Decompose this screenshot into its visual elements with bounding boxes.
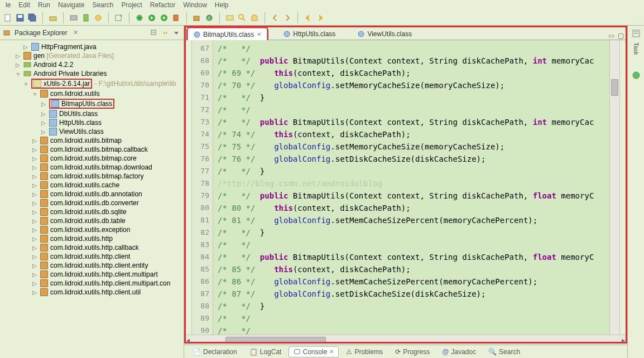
menu-navigate[interactable]: Navigate	[58, 1, 84, 9]
new-project-icon[interactable]: +	[114, 13, 123, 22]
save-all-icon[interactable]	[28, 13, 37, 22]
new-class-icon[interactable]: C	[205, 13, 214, 22]
tree-package[interactable]: com.lidroid.xutils.bitmap.callback	[50, 146, 148, 153]
tree-android[interactable]: Android 4.2.2	[33, 61, 73, 69]
save-icon[interactable]	[16, 13, 25, 22]
tab-javadoc[interactable]: @Javadoc	[437, 346, 481, 357]
back-icon[interactable]	[304, 13, 313, 22]
package-icon	[40, 270, 48, 278]
new-package-icon[interactable]	[193, 13, 201, 22]
tree-pkg-root[interactable]: com.lidroid.xutils	[50, 90, 100, 98]
tree-package[interactable]: com.lidroid.xutils.http	[50, 235, 113, 243]
tab-declaration[interactable]: 📄Declaration	[188, 346, 242, 357]
open-type-icon[interactable]	[225, 13, 234, 22]
tree-httputils[interactable]: HttpUtils.class	[59, 119, 102, 127]
problems-icon: ⚠	[346, 348, 352, 356]
tab-logcat[interactable]: 📋LogCat	[244, 346, 287, 357]
tree-package[interactable]: com.lidroid.xutils.db.table	[50, 217, 126, 225]
tree-package[interactable]: com.lidroid.xutils.bitmap	[50, 137, 122, 144]
annotate-icon[interactable]	[250, 13, 259, 22]
task-repo-icon[interactable]	[632, 71, 641, 80]
run-icon[interactable]	[147, 13, 156, 22]
search-icon[interactable]	[238, 13, 247, 22]
tree-package[interactable]: com.lidroid.xutils.http.client.multipart	[50, 270, 158, 278]
svg-rect-2	[18, 15, 22, 18]
tree-gen[interactable]: gen [Generated Java Files]	[33, 52, 114, 60]
avd-icon[interactable]	[81, 13, 90, 22]
tree-package[interactable]: com.lidroid.xutils.bitmap.factory	[50, 172, 143, 180]
tab-search[interactable]: 🔍Search	[483, 346, 525, 357]
build-icon[interactable]	[49, 13, 57, 22]
maximize-icon[interactable]: ▢	[618, 32, 624, 40]
menu-refactor[interactable]: Refactor	[150, 1, 175, 9]
tree-package[interactable]: com.lidroid.xutils.db.converter	[50, 199, 139, 207]
menu-edit[interactable]: Edit	[18, 1, 30, 9]
run-last-icon[interactable]	[160, 13, 169, 22]
debug-icon[interactable]	[135, 13, 144, 22]
tree-jar[interactable]: xUtils-2.6.14.jar	[44, 80, 90, 88]
horizontal-scrollbar[interactable]: ◂▸	[184, 335, 627, 345]
tree-priv-libs[interactable]: Android Private Libraries	[33, 70, 107, 78]
tree-package[interactable]: com.lidroid.xutils.http.client.util	[50, 288, 141, 296]
tree-package[interactable]: com.lidroid.xutils.http.client.entity	[50, 262, 148, 269]
prev-edit-icon[interactable]	[271, 13, 280, 22]
tree-package[interactable]: com.lidroid.xutils.cache	[50, 181, 119, 189]
tree-bitmaputils[interactable]: BitmapUtils.class	[61, 100, 112, 108]
tree-package[interactable]: com.lidroid.xutils.bitmap.download	[50, 163, 152, 171]
close-tab-icon[interactable]: ✕	[257, 31, 261, 37]
tab-bitmaputils[interactable]: BitmapUtils.class✕	[188, 28, 267, 40]
line-numbers: 6768697071727374757677787980818283848586…	[192, 40, 213, 335]
overview-ruler[interactable]	[619, 40, 627, 335]
menu-project[interactable]: Project	[121, 1, 142, 9]
new-icon[interactable]	[3, 13, 12, 22]
menu-search[interactable]: Search	[92, 1, 113, 9]
vertical-scrollbar[interactable]	[609, 40, 619, 335]
tab-httputils[interactable]: HttpUtils.class	[277, 27, 342, 40]
link-editor-icon[interactable]	[161, 29, 169, 37]
tab-progress[interactable]: ⟳Progress	[390, 346, 435, 357]
java-file-icon	[31, 43, 39, 51]
package-explorer-icon	[3, 29, 11, 37]
close-view-icon[interactable]: ✕	[73, 29, 78, 36]
sdk-icon[interactable]	[69, 13, 78, 22]
package-icon	[40, 154, 48, 162]
svg-rect-18	[194, 16, 199, 21]
minimize-icon[interactable]: ▭	[608, 32, 614, 40]
code-content[interactable]: /* *//* */ public BitmapUtils(Context co…	[213, 40, 609, 335]
menu-window[interactable]: Window	[183, 1, 207, 9]
tree-viewutils[interactable]: ViewUtils.class	[59, 128, 104, 136]
tree-package[interactable]: com.lidroid.xutils.http.client	[50, 253, 130, 260]
menu-run[interactable]: Run	[38, 1, 50, 9]
view-menu-icon[interactable]	[172, 29, 180, 37]
menu-help[interactable]: Help	[215, 1, 229, 9]
external-tools-icon[interactable]	[172, 13, 181, 22]
next-edit-icon[interactable]	[283, 13, 292, 22]
tab-problems[interactable]: ⚠Problems	[341, 346, 388, 357]
outline-icon[interactable]	[632, 29, 641, 38]
svg-rect-7	[84, 14, 88, 21]
package-tree[interactable]: ▷HttpFragment.java ▷gen [Generated Java …	[0, 40, 184, 358]
tab-console[interactable]: 🖵Console ✕	[289, 346, 339, 357]
tree-package[interactable]: com.lidroid.xutils.bitmap.core	[50, 154, 137, 162]
tree-file[interactable]: HttpFragment.java	[41, 43, 97, 51]
tab-viewutils[interactable]: ViewUtils.class	[352, 27, 418, 40]
tree-dbutils[interactable]: DbUtils.class	[59, 110, 98, 118]
svg-rect-24	[4, 31, 9, 35]
tree-package[interactable]: com.lidroid.xutils.http.client.multipart…	[50, 279, 170, 287]
package-icon	[40, 137, 48, 144]
collapse-all-icon[interactable]	[150, 29, 158, 37]
lint-icon[interactable]	[94, 13, 103, 22]
code-editor[interactable]: 6768697071727374757677787980818283848586…	[184, 40, 627, 335]
task-list-tab[interactable]: Task	[633, 42, 640, 55]
package-explorer-panel: Package Explorer ✕ ▷HttpFragment.java ▷g…	[0, 26, 184, 358]
tree-package[interactable]: com.lidroid.xutils.exception	[50, 226, 130, 234]
package-icon	[40, 253, 48, 260]
folding-gutter[interactable]	[184, 40, 192, 335]
svg-rect-21	[227, 16, 233, 20]
forward-icon[interactable]	[316, 13, 325, 22]
tree-package[interactable]: com.lidroid.xutils.db.annotation	[50, 190, 142, 198]
menu-file[interactable]: le	[6, 1, 11, 9]
tree-package[interactable]: com.lidroid.xutils.db.sqlite	[50, 208, 127, 216]
class-icon	[194, 31, 200, 38]
tree-package[interactable]: com.lidroid.xutils.http.callback	[50, 244, 139, 251]
